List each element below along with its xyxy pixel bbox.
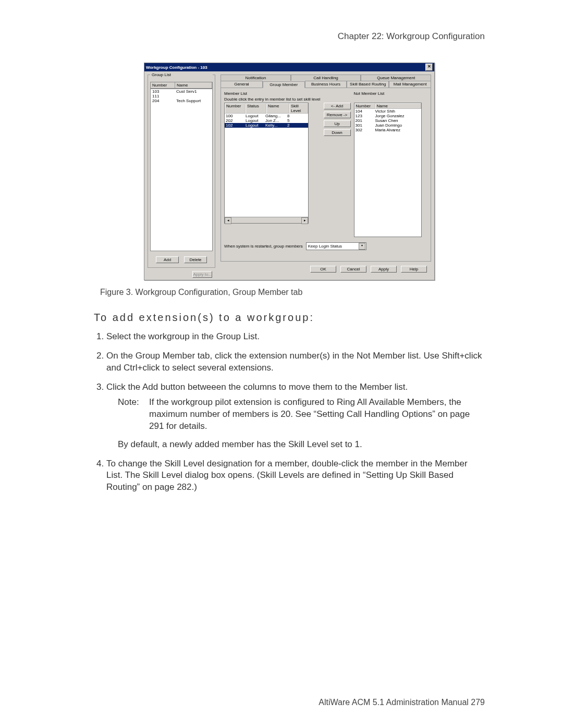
- cell-name: Susan Chen: [374, 118, 421, 123]
- cell-number: 202: [225, 118, 244, 123]
- not-member-list[interactable]: Number Name 104 Victor Shih 123 Jorge Go…: [354, 103, 422, 237]
- tab-general[interactable]: General: [221, 81, 263, 88]
- cell-name: Cust Serv1: [175, 89, 212, 94]
- dialog-footer: OK Cancel Apply Help: [221, 262, 431, 277]
- group-list-legend: Group List: [150, 72, 213, 77]
- member-list-header: Number Status Name Skill Level: [225, 103, 308, 114]
- cell-number: 123: [354, 114, 374, 118]
- col-number[interactable]: Number: [225, 103, 246, 114]
- member-list-block: Member List Double click the entry in me…: [224, 91, 321, 224]
- cell-number: 102: [225, 123, 244, 128]
- step-item: Click the Add button betweeen the column…: [106, 381, 485, 451]
- group-list-row[interactable]: 111: [151, 94, 212, 98]
- restart-row: When system is restarted, group members …: [224, 242, 427, 250]
- cell-number: 302: [354, 128, 374, 132]
- cell-name: Jon Z...: [264, 118, 286, 123]
- restart-label: When system is restarted, group members: [224, 244, 303, 249]
- tab-skill-routing[interactable]: Skill Based Routing: [347, 81, 389, 88]
- col-name[interactable]: Name: [266, 103, 289, 114]
- tab-group-member[interactable]: Group Member: [263, 81, 305, 88]
- move-down-button[interactable]: Down: [324, 129, 351, 136]
- group-add-button[interactable]: Add: [156, 256, 179, 263]
- cell-name: Kelly...: [264, 123, 286, 128]
- tab-notification[interactable]: Notification: [221, 75, 291, 81]
- member-row-selected[interactable]: 102 Logout Kelly... 2: [225, 123, 308, 128]
- cell-number: 201: [354, 118, 374, 123]
- ok-button[interactable]: OK: [310, 266, 336, 273]
- member-list[interactable]: Number Status Name Skill Level 100 Logou…: [224, 103, 309, 224]
- cell-name: Jorge Gonzalez: [374, 114, 421, 118]
- col-name[interactable]: Name: [375, 103, 421, 109]
- cell-skill: 2: [286, 123, 308, 128]
- cancel-button[interactable]: Cancel: [340, 266, 366, 273]
- remove-member-button[interactable]: Remove ->: [324, 112, 351, 118]
- group-list-panel: Group List Number Name 103 Cust Serv1 11…: [148, 75, 215, 277]
- cell-skill: 8: [286, 114, 308, 118]
- step-item: On the Group Member tab, click the exten…: [106, 350, 485, 374]
- tabs-front-row: General Group Member Business Hours Skil…: [221, 81, 431, 88]
- chevron-down-icon[interactable]: ▾: [359, 243, 365, 250]
- step-item: To change the Skill Level designation fo…: [106, 458, 485, 494]
- move-up-button[interactable]: Up: [324, 120, 351, 127]
- page-footer: AltiWare ACM 5.1 Administration Manual 2…: [0, 698, 485, 707]
- move-buttons: <- Add Remove -> Up Down: [324, 103, 351, 136]
- cell-number: 111: [151, 94, 175, 98]
- tab-queue-management[interactable]: Queue Management: [361, 75, 431, 81]
- dialog-title: Workgroup Configuration - 103: [146, 65, 207, 70]
- group-member-tab-content: Member List Double click the entry in me…: [221, 88, 431, 262]
- col-skilllevel[interactable]: Skill Level: [289, 103, 308, 114]
- group-list-col-number[interactable]: Number: [151, 82, 175, 88]
- col-number[interactable]: Number: [354, 103, 375, 109]
- step3-text: Click the Add button betweeen the column…: [106, 382, 408, 392]
- nm-row[interactable]: 104 Victor Shih: [354, 109, 421, 114]
- cell-number: 104: [354, 109, 374, 114]
- member-row[interactable]: 202 Logout Jon Z... 5: [225, 118, 308, 123]
- help-button[interactable]: Help: [401, 266, 427, 273]
- scroll-right-icon[interactable]: ▸: [301, 217, 308, 224]
- group-list-row[interactable]: 103 Cust Serv1: [151, 89, 212, 94]
- scroll-left-icon[interactable]: ◂: [225, 217, 231, 224]
- col-status[interactable]: Status: [246, 103, 266, 114]
- nm-row[interactable]: 201 Susan Chen: [354, 118, 421, 123]
- default-line: By default, a newly added member has the…: [118, 439, 485, 451]
- tabs-back-row: Notification Call Handling Queue Managem…: [221, 75, 431, 81]
- cell-name: Gilang...: [264, 114, 286, 118]
- nm-row[interactable]: 123 Jorge Gonzalez: [354, 114, 421, 118]
- member-list-hscrollbar[interactable]: ◂ ▸: [225, 217, 308, 223]
- nm-row[interactable]: 301 Juan Domingo: [354, 123, 421, 128]
- add-member-button[interactable]: <- Add: [324, 103, 351, 109]
- cell-name: [175, 94, 212, 98]
- group-list-header: Number Name: [150, 82, 213, 89]
- member-row[interactable]: 100 Logout Gilang... 8: [225, 114, 308, 118]
- group-list-col-name[interactable]: Name: [175, 82, 212, 88]
- cell-number: 204: [151, 98, 175, 103]
- tab-panel: Notification Call Handling Queue Managem…: [221, 75, 431, 277]
- cell-number: 301: [354, 123, 374, 128]
- apply-button[interactable]: Apply: [371, 266, 397, 273]
- step-item: Select the workgroup in the Group List.: [106, 331, 485, 343]
- cell-name: Maria Alvarez: [374, 128, 421, 132]
- cell-name: Tech Support: [175, 98, 212, 103]
- section-heading: To add extension(s) to a workgroup:: [94, 312, 485, 324]
- chapter-header: Chapter 22: Workgroup Configuration: [94, 31, 485, 42]
- restart-value: Keep Login Status: [308, 244, 342, 249]
- cell-skill: 5: [286, 118, 308, 123]
- group-list-row[interactable]: 204 Tech Support: [151, 98, 212, 103]
- nm-row[interactable]: 302 Maria Alvarez: [354, 128, 421, 132]
- group-list[interactable]: 103 Cust Serv1 111 204 Tech Support: [150, 89, 213, 251]
- tab-business-hours[interactable]: Business Hours: [305, 81, 347, 88]
- group-delete-button[interactable]: Delete: [184, 256, 207, 263]
- tab-call-handling[interactable]: Call Handling: [291, 75, 361, 81]
- manual-page: Chapter 22: Workgroup Configuration Work…: [0, 0, 563, 728]
- close-icon[interactable]: ✕: [425, 64, 433, 71]
- tab-mail-mgmt[interactable]: Mail Management: [389, 81, 431, 88]
- restart-combo[interactable]: Keep Login Status ▾: [306, 242, 366, 250]
- not-member-list-block: Not Member List . Number Name 104 Victor…: [354, 91, 422, 237]
- cell-number: 100: [225, 114, 244, 118]
- dialog-titlebar: Workgroup Configuration - 103 ✕: [144, 63, 434, 71]
- apply-to-button[interactable]: Apply to...: [192, 271, 212, 278]
- figure-caption: Figure 3. Workgroup Configuration, Group…: [100, 288, 485, 297]
- workgroup-config-dialog: Workgroup Configuration - 103 ✕ Group Li…: [144, 63, 435, 280]
- cell-status: Logout: [244, 114, 264, 118]
- cell-name: Juan Domingo: [374, 123, 421, 128]
